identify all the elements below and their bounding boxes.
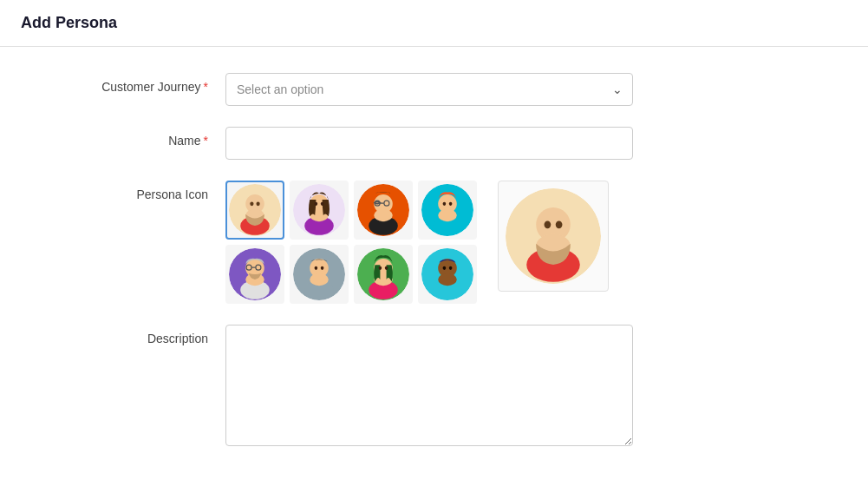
description-input[interactable] [225, 325, 633, 446]
svg-point-22 [438, 209, 457, 221]
persona-icons-area [225, 181, 609, 304]
name-input[interactable] [225, 127, 633, 160]
svg-point-37 [321, 266, 324, 270]
svg-point-15 [374, 209, 393, 221]
persona-icon-8[interactable] [418, 245, 477, 304]
svg-point-5 [257, 201, 260, 206]
persona-icon-label: Persona Icon [52, 181, 225, 201]
svg-point-54 [545, 220, 551, 228]
customer-journey-control: Select an option ⌄ [225, 73, 633, 106]
form-container: Customer Journey* Select an option ⌄ Nam… [0, 47, 780, 480]
persona-icon-6[interactable] [290, 245, 349, 304]
svg-point-24 [449, 202, 453, 206]
description-control [225, 325, 633, 449]
svg-point-36 [315, 266, 318, 270]
svg-point-49 [449, 266, 453, 270]
persona-icon-preview [498, 181, 609, 292]
page-header: Add Persona [0, 0, 868, 47]
icon-grid [225, 181, 477, 304]
description-row: Description [52, 325, 728, 449]
svg-point-4 [250, 201, 253, 206]
name-label: Name* [52, 127, 225, 148]
svg-point-48 [443, 266, 447, 270]
persona-icon-row: Persona Icon [52, 181, 728, 304]
persona-icon-1[interactable] [225, 181, 284, 240]
svg-point-47 [438, 273, 457, 286]
svg-point-23 [443, 202, 447, 206]
customer-journey-row: Customer Journey* Select an option ⌄ [52, 73, 728, 106]
svg-point-55 [556, 220, 563, 228]
svg-point-35 [310, 273, 329, 286]
customer-journey-select[interactable]: Select an option [225, 73, 633, 106]
persona-icon-4[interactable] [418, 181, 477, 240]
name-row: Name* [52, 127, 728, 160]
customer-journey-select-wrapper: Select an option ⌄ [225, 73, 633, 106]
svg-point-43 [385, 266, 388, 270]
svg-point-11 [321, 202, 324, 206]
persona-icon-2[interactable] [290, 181, 349, 240]
customer-journey-label: Customer Journey* [52, 73, 225, 94]
svg-point-10 [315, 202, 318, 206]
persona-icon-5[interactable] [225, 245, 284, 304]
persona-icon-3[interactable] [354, 181, 413, 240]
svg-point-42 [379, 266, 382, 270]
description-label: Description [52, 325, 225, 345]
page-title: Add Persona [21, 14, 117, 31]
name-control [225, 127, 633, 160]
persona-icon-7[interactable] [354, 245, 413, 304]
